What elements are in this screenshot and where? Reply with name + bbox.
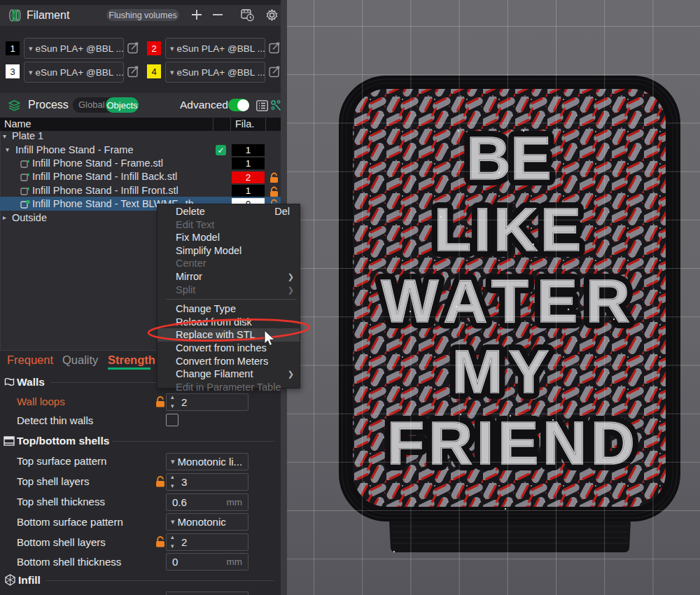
svg-text:MY: MY bbox=[452, 337, 555, 405]
svg-text:BE: BE bbox=[467, 124, 552, 192]
svg-text:FRIEND: FRIEND bbox=[387, 409, 639, 477]
svg-text:LIKE: LIKE bbox=[434, 195, 584, 263]
svg-text:WATER: WATER bbox=[381, 267, 638, 335]
